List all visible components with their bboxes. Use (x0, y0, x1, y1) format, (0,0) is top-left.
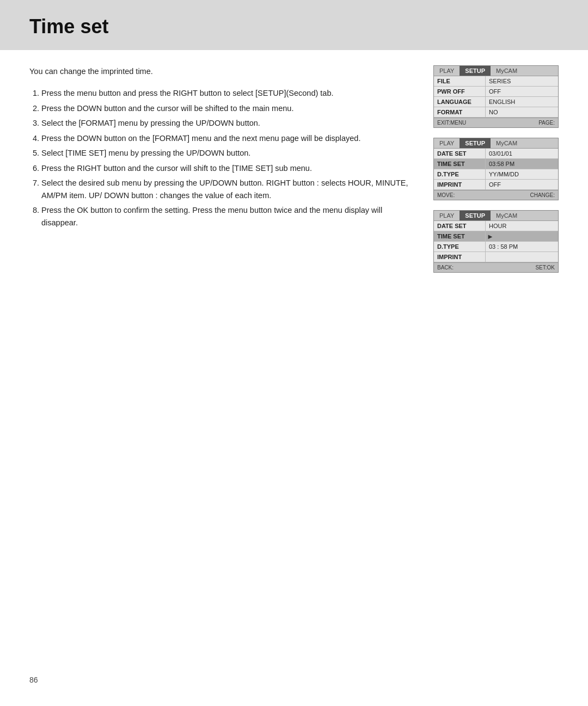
menu-row: FILE SERIES (434, 76, 558, 87)
main-content: You can change the imprinted time. Press… (0, 65, 588, 273)
step-item: Press the menu button and press the RIGH… (41, 87, 412, 99)
menu-rows-2: DATE SET 03/01/01 TIME SET 03:58 PM D.TY… (434, 148, 558, 190)
cell-left: LANGUAGE (434, 97, 486, 107)
tab-play-1: PLAY (434, 66, 460, 76)
menu-row: FORMAT NO (434, 107, 558, 118)
cell-left: PWR OFF (434, 87, 486, 96)
cell-right: ENGLISH (486, 97, 558, 107)
cell-left: DATE SET (434, 221, 486, 231)
footer-right-3: SET:OK (535, 265, 555, 271)
step-item: Select the [FORMAT] menu by pressing the… (41, 117, 412, 129)
steps-list: Press the menu button and press the RIGH… (29, 87, 412, 229)
menu-row: D.TYPE 03 : 58 PM (434, 242, 558, 252)
intro-text: You can change the imprinted time. (29, 65, 412, 77)
step-item: Press the OK button to confirm the setti… (41, 204, 412, 229)
diagrams: PLAY SETUP MyCAM FILE SERIES PWR OFF OFF… (433, 65, 559, 273)
cell-left: D.TYPE (434, 242, 486, 251)
menu-footer-2: MOVE: CHANGE: (434, 190, 558, 200)
menu-row-highlighted: TIME SET 03:58 PM (434, 159, 558, 169)
cell-right: 03:58 PM (486, 159, 558, 169)
tab-mycam-1: MyCAM (491, 66, 523, 76)
menu-row: DATE SET HOUR (434, 221, 558, 231)
menu-rows-3: DATE SET HOUR TIME SET ► D.TYPE 03 : 58 … (434, 220, 558, 262)
menu-row-highlighted: TIME SET ► (434, 231, 558, 242)
cell-right: NO (486, 107, 558, 117)
tab-play-2: PLAY (434, 138, 460, 148)
menu-rows-1: FILE SERIES PWR OFF OFF LANGUAGE ENGLISH… (434, 76, 558, 118)
cell-left: D.TYPE (434, 169, 486, 179)
tab-setup-2: SETUP (460, 138, 491, 148)
cell-right: 03 : 58 PM (486, 242, 558, 251)
menu-tabs-3: PLAY SETUP MyCAM (434, 211, 558, 220)
cell-right: HOUR (486, 221, 558, 231)
cell-left: IMPRINT (434, 252, 486, 262)
cell-right: 03/01/01 (486, 149, 558, 158)
menu-row: IMPRINT (434, 252, 558, 262)
page-title: Time set (29, 15, 559, 38)
cell-left: IMPRINT (434, 180, 486, 189)
tab-setup-1: SETUP (460, 66, 491, 76)
footer-left-2: MOVE: (437, 192, 455, 198)
menu-row: DATE SET 03/01/01 (434, 149, 558, 159)
cell-right: YY/MM/DD (486, 169, 558, 179)
cell-left: TIME SET (434, 231, 486, 241)
arrow-icon: ► (486, 231, 495, 241)
menu-row: LANGUAGE ENGLISH (434, 97, 558, 107)
menu-tabs-2: PLAY SETUP MyCAM (434, 138, 558, 148)
cell-left: FILE (434, 76, 486, 86)
menu-row: PWR OFF OFF (434, 87, 558, 97)
instructions: You can change the imprinted time. Press… (29, 65, 412, 273)
menu-screen-1: PLAY SETUP MyCAM FILE SERIES PWR OFF OFF… (433, 65, 559, 128)
step-item: Press the DOWN button and the cursor wil… (41, 102, 412, 114)
cell-left: FORMAT (434, 107, 486, 117)
step-item: Press the RIGHT button and the cursor wi… (41, 162, 412, 174)
menu-row: D.TYPE YY/MM/DD (434, 169, 558, 180)
menu-footer-3: BACK: SET:OK (434, 262, 558, 272)
cell-left: TIME SET (434, 159, 486, 169)
cell-right: OFF (486, 180, 558, 189)
menu-screen-2: PLAY SETUP MyCAM DATE SET 03/01/01 TIME … (433, 138, 559, 200)
page-header: Time set (0, 0, 588, 50)
tab-mycam-2: MyCAM (491, 138, 523, 148)
footer-left-3: BACK: (437, 265, 454, 271)
footer-right-1: PAGE: (538, 120, 555, 126)
tab-play-3: PLAY (434, 211, 460, 220)
menu-footer-1: EXIT:MENU PAGE: (434, 118, 558, 127)
cell-right: SERIES (486, 76, 558, 86)
step-item: Select the desired sub menu by pressing … (41, 177, 412, 201)
cell-right: OFF (486, 87, 558, 96)
menu-tabs-1: PLAY SETUP MyCAM (434, 66, 558, 76)
cell-right (486, 252, 558, 262)
page-number: 86 (29, 676, 38, 684)
footer-left-1: EXIT:MENU (437, 120, 466, 126)
cell-left: DATE SET (434, 149, 486, 158)
step-item: Select [TIME SET] menu by pressing the U… (41, 147, 412, 159)
tab-setup-3: SETUP (460, 211, 491, 220)
tab-mycam-3: MyCAM (491, 211, 523, 220)
footer-right-2: CHANGE: (530, 192, 555, 198)
step-item: Press the DOWN button on the [FORMAT] me… (41, 132, 412, 144)
menu-row: IMPRINT OFF (434, 180, 558, 190)
menu-screen-3: PLAY SETUP MyCAM DATE SET HOUR TIME SET … (433, 210, 559, 273)
